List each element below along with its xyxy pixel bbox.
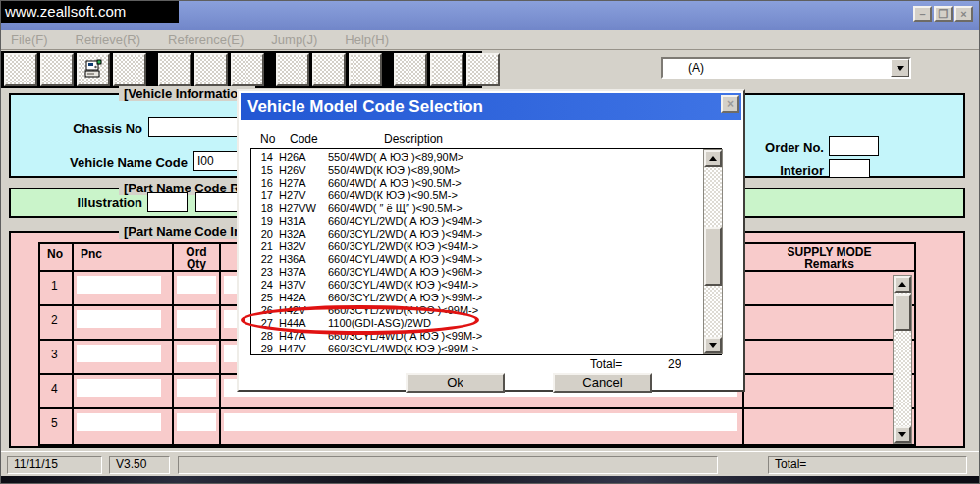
model-row-22[interactable]: 22H36A660/4CYL/4WD( А ЮЭ )<94M->: [251, 253, 721, 266]
toolbar-button-1[interactable]: [4, 53, 37, 86]
ok-button[interactable]: Ok: [406, 373, 505, 393]
model-row-25[interactable]: 25H42A660/3CYL/2WD( А ЮЭ )<99M->: [251, 292, 721, 304]
model-row-15[interactable]: 15H26V550/4WD(К ЮЭ )<89,90M>: [251, 164, 721, 177]
model-row-code: H31A: [279, 215, 328, 228]
ord-qty-cell: [174, 375, 221, 409]
toolbar-button-9[interactable]: [312, 53, 346, 86]
ord-qty-input[interactable]: [177, 345, 216, 362]
toolbar-button-6[interactable]: [194, 53, 228, 86]
toolbar-button-12[interactable]: [430, 53, 463, 86]
dropdown-arrow-button[interactable]: [891, 59, 909, 77]
list-col-code: Code: [290, 133, 318, 146]
dialog-close-button[interactable]: ×: [721, 95, 739, 113]
status-bar: 11/11/15 V3.50 Total=: [1, 451, 979, 476]
scroll-down-button[interactable]: [894, 426, 911, 443]
model-row-desc: 660/4WD( А ЮЭ )<90.5M->: [328, 177, 721, 189]
col-header-supply-mode: SUPPLY MODE Remarks: [744, 244, 914, 272]
status-date: 11/11/15: [7, 456, 102, 474]
toolbar-button-5[interactable]: [158, 53, 191, 86]
model-row-desc: 660/4WD( ″ ё Щ″ )<90.5M->: [328, 202, 721, 215]
minimize-button[interactable]: –: [913, 6, 932, 22]
remarks-cell: [744, 409, 914, 444]
toolbar-button-7[interactable]: [231, 53, 264, 86]
model-row-no: 14: [251, 151, 273, 164]
close-icon: ×: [960, 8, 966, 20]
pnc-input[interactable]: [77, 379, 161, 397]
model-row-code: H32A: [279, 228, 328, 241]
model-row-code: H47V: [279, 343, 328, 355]
illustration-input-2[interactable]: [195, 192, 238, 212]
menu-item-file[interactable]: File(F): [11, 32, 48, 47]
menu-item-reference[interactable]: Reference(E): [168, 32, 244, 47]
model-row-26[interactable]: 26H42V660/3CYL/2WD(К ЮЭ )<99M->: [251, 304, 721, 317]
scrollbar-thumb[interactable]: [704, 227, 722, 286]
cancel-button[interactable]: Cancel: [553, 373, 652, 393]
status-version: V3.50: [109, 456, 170, 474]
model-row-code: H32V: [279, 241, 328, 253]
toolbar-button-11[interactable]: [394, 53, 427, 86]
model-row-code: H36A: [279, 253, 328, 266]
row-number: 2: [40, 306, 74, 341]
model-row-27[interactable]: 27H44A1100(GDI-ASG)/2WD: [251, 317, 721, 330]
model-list-scrollbar[interactable]: [703, 149, 723, 354]
remarks-cell: [744, 306, 914, 341]
maximize-button[interactable]: ❒: [934, 6, 953, 22]
model-row-desc: 660/4WD(К ЮЭ )<90.5M->: [328, 189, 721, 202]
menu-item-retrieve[interactable]: Retrieve(R): [76, 32, 140, 47]
part-table-scrollbar[interactable]: [893, 275, 912, 444]
scrollbar-thumb[interactable]: [894, 294, 911, 331]
pnc-input[interactable]: [77, 310, 161, 328]
row-number: 4: [40, 375, 74, 409]
ord-qty-input[interactable]: [177, 379, 216, 397]
model-row-17[interactable]: 17H27V660/4WD(К ЮЭ )<90.5M->: [251, 189, 721, 202]
toolbar-button-4[interactable]: [113, 53, 146, 86]
ord-qty-input[interactable]: [177, 310, 216, 328]
model-row-no: 23: [251, 266, 273, 279]
dialog-title: Vehicle Model Code Selection: [247, 97, 483, 117]
pnc-input[interactable]: [77, 276, 161, 294]
menu-item-help[interactable]: Help(H): [345, 32, 389, 47]
model-row-18[interactable]: 18H27VW660/4WD( ″ ё Щ″ )<90.5M->: [251, 202, 721, 215]
model-row-24[interactable]: 24H37V660/3CYL/4WD(К ЮЭ )<94M->: [251, 279, 721, 292]
ord-qty-input[interactable]: [177, 276, 216, 294]
pnc-input[interactable]: [77, 413, 161, 431]
window-controls: – ❒ ×: [913, 6, 973, 22]
interior-input[interactable]: [829, 159, 870, 178]
toolbar-button-13[interactable]: [466, 53, 500, 86]
pnc-input[interactable]: [77, 345, 161, 362]
vehicle-model-code-selection-dialog: Vehicle Model Code Selection × No Code D…: [237, 89, 745, 392]
triangle-up-icon: [898, 282, 906, 287]
model-list[interactable]: 14H26A550/4WD( А ЮЭ )<89,90M>15H26V550/4…: [250, 148, 722, 355]
toolbar-button-print[interactable]: [77, 53, 110, 86]
menu-item-jump[interactable]: Jump(J): [271, 32, 317, 47]
model-row-14[interactable]: 14H26A550/4WD( А ЮЭ )<89,90M>: [251, 151, 721, 164]
scroll-up-button[interactable]: [894, 276, 911, 293]
toolbar-button-2[interactable]: [40, 53, 74, 86]
model-row-29[interactable]: 29H47V660/3CYL/4WD(К ЮЭ )<99M->: [251, 343, 721, 355]
pnc-cell: [74, 375, 174, 409]
scroll-down-button[interactable]: [704, 337, 722, 353]
order-no-input[interactable]: [829, 136, 879, 156]
model-row-19[interactable]: 19H31A660/4CYL/2WD( А ЮЭ )<94M->: [251, 215, 721, 228]
model-row-code: H26V: [279, 164, 328, 177]
illustration-input-1[interactable]: [147, 192, 188, 212]
toolbar: [1, 51, 482, 88]
model-row-23[interactable]: 23H37A660/3CYL/4WD( А ЮЭ )<96M->: [251, 266, 721, 279]
ord-qty-cell: [174, 272, 221, 306]
remarks-cell: [744, 341, 914, 375]
context-dropdown[interactable]: (A): [661, 57, 911, 79]
close-button[interactable]: ×: [954, 6, 973, 22]
col-header-no: No: [40, 244, 74, 272]
model-row-code: H42A: [279, 292, 328, 304]
model-row-no: 17: [251, 189, 273, 202]
toolbar-button-8[interactable]: [276, 53, 309, 86]
part-name-input[interactable]: [224, 413, 737, 431]
model-row-28[interactable]: 28H47A660/3CYL/4WD( А ЮЭ )<99M->: [251, 330, 721, 343]
model-row-21[interactable]: 21H32V660/3CYL/2WD(К ЮЭ )<94M->: [251, 241, 721, 253]
model-row-16[interactable]: 16H27A660/4WD( А ЮЭ )<90.5M->: [251, 177, 721, 189]
toolbar-button-10[interactable]: [349, 53, 382, 86]
model-row-20[interactable]: 20H32A660/3CYL/2WD( А ЮЭ )<94M->: [251, 228, 721, 241]
ord-qty-input[interactable]: [177, 413, 216, 431]
close-icon: ×: [727, 97, 734, 111]
scroll-up-button[interactable]: [704, 150, 722, 167]
